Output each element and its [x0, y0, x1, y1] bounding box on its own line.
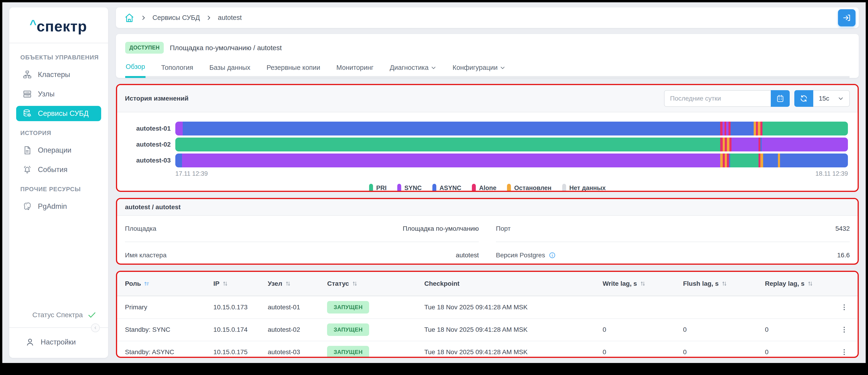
timeline-bar-autotest-03[interactable] — [175, 153, 848, 167]
sidebar-item-label: Узлы — [38, 90, 55, 98]
chart-segment — [723, 153, 725, 167]
col-header-role[interactable]: Роль — [125, 280, 213, 287]
sidebar-item-db-services[interactable]: Сервисы СУБД — [16, 106, 101, 121]
row-actions-menu-button[interactable] — [839, 324, 850, 335]
axis-end-label: 18.11 12:39 — [815, 170, 848, 177]
chart-segment — [758, 138, 761, 151]
cell-replay-lag: 0 — [765, 326, 827, 334]
tab-databases[interactable]: Базы данных — [209, 63, 251, 78]
info-row-site: Площадка Площадка по-умолчанию — [125, 216, 479, 242]
sidebar-collapse-button[interactable] — [91, 323, 100, 332]
info-value: 16.6 — [837, 252, 850, 259]
history-panel: История изменений 15с — [116, 84, 859, 192]
info-label: Имя кластера — [125, 252, 166, 259]
chart-segment — [758, 122, 761, 136]
logo-caret-icon: ^ — [30, 17, 36, 31]
chevron-down-icon — [431, 65, 436, 70]
chevron-right-icon — [206, 15, 212, 21]
history-panel-title: История изменений — [125, 95, 188, 102]
table-row: Primary 10.15.0.173 autotest-01 ЗАПУЩЕН … — [117, 296, 858, 318]
refresh-interval-value: 15с — [819, 95, 829, 102]
clusters-icon — [23, 70, 32, 79]
chart-segment — [725, 138, 727, 151]
tab-diagnostics[interactable]: Диагностика — [389, 63, 437, 78]
cell-replay-lag: 0 — [765, 348, 827, 356]
legend-item-nodata: Нет данных — [562, 184, 606, 192]
cell-write-lag: 0 — [602, 326, 683, 334]
sidebar-item-pgadmin[interactable]: PgAdmin — [16, 199, 101, 214]
info-row-cluster: Имя кластера autotest — [125, 242, 479, 265]
nav-section-history: ИСТОРИЯ — [20, 129, 101, 137]
refresh-interval-select[interactable]: 15с — [813, 90, 850, 107]
col-header-ip[interactable]: IP — [213, 280, 268, 287]
breadcrumb-item-current: autotest — [218, 14, 242, 22]
legend-marker — [507, 184, 511, 192]
tab-monitoring[interactable]: Мониторинг — [336, 63, 374, 78]
sidebar-item-label: Настройки — [41, 338, 76, 346]
logout-button[interactable] — [838, 9, 856, 26]
info-circle-icon[interactable] — [549, 252, 556, 259]
legend-marker — [472, 184, 476, 192]
row-actions-menu-button[interactable] — [839, 302, 850, 313]
timeline-bar-autotest-02[interactable] — [175, 138, 848, 151]
cell-write-lag: 0 — [602, 348, 683, 356]
info-value: autotest — [456, 252, 479, 259]
info-value: Площадка по-умолчанию — [403, 225, 479, 232]
chart-segment — [731, 122, 754, 136]
row-actions-menu-button[interactable] — [839, 347, 850, 358]
sidebar-item-clusters[interactable]: Кластеры — [16, 67, 101, 82]
calendar-button[interactable] — [771, 90, 790, 107]
service-header-card: ДОСТУПЕН Площадка по-умолчанию / autotes… — [116, 34, 859, 78]
sort-icon — [222, 281, 228, 287]
refresh-icon — [800, 94, 808, 103]
sidebar-spacer — [16, 218, 101, 310]
chart-segment — [730, 153, 758, 167]
status-badge: ЗАПУЩЕН — [327, 323, 369, 336]
kebab-menu-icon — [840, 348, 848, 356]
chart-segment — [720, 122, 722, 136]
tab-overview[interactable]: Обзор — [125, 63, 146, 78]
tab-topology[interactable]: Топология — [161, 63, 194, 78]
history-controls: 15с — [664, 90, 850, 107]
chart-segment — [727, 138, 730, 151]
sidebar-item-operations[interactable]: Операции — [16, 143, 101, 158]
calendar-icon — [776, 94, 784, 103]
chart-segment — [730, 138, 732, 151]
chart-segment — [761, 153, 763, 167]
refresh-button[interactable] — [794, 90, 813, 107]
col-header-status[interactable]: Статус — [327, 280, 424, 287]
chevron-down-icon — [838, 95, 844, 102]
chevron-down-icon — [500, 65, 505, 70]
chart-segment — [763, 122, 848, 136]
chart-segment — [720, 138, 723, 151]
chart-segment — [761, 122, 763, 136]
kebab-menu-icon — [840, 303, 848, 311]
chart-segment — [720, 153, 723, 167]
sidebar-item-events[interactable]: События — [16, 162, 101, 177]
cell-ip: 10.15.0.175 — [213, 348, 268, 356]
chart-segment — [758, 153, 761, 167]
legend-marker — [369, 184, 373, 192]
col-header-node[interactable]: Узел — [268, 280, 327, 287]
sidebar-item-nodes[interactable]: Узлы — [16, 86, 101, 102]
date-range-input[interactable] — [664, 90, 771, 107]
tab-bar: Обзор Топология Базы данных Резервные ко… — [125, 63, 849, 78]
tab-backups[interactable]: Резервные копии — [266, 63, 320, 78]
col-header-write-lag[interactable]: Write lag, s — [602, 280, 683, 287]
cell-node: autotest-02 — [268, 326, 327, 334]
chart-segment — [762, 138, 848, 151]
sidebar-item-settings[interactable]: Настройки — [9, 328, 108, 358]
status-ok-check-icon — [87, 310, 97, 319]
database-gear-icon — [23, 109, 32, 118]
breadcrumb-item-services[interactable]: Сервисы СУБД — [152, 14, 200, 22]
home-icon[interactable] — [124, 13, 134, 23]
nav-section-other: ПРОЧИЕ РЕСУРСЫ — [20, 186, 101, 193]
col-header-replay-lag[interactable]: Replay lag, s — [765, 280, 827, 287]
timeline-bar-autotest-01[interactable] — [175, 122, 848, 136]
col-header-flush-lag[interactable]: Flush lag, s — [683, 280, 765, 287]
chart-segment — [175, 138, 720, 151]
sidebar-nav: ОБЪЕКТЫ УПРАВЛЕНИЯ Кластеры Узлы Сервисы… — [9, 43, 108, 327]
info-label: Площадка — [125, 225, 156, 232]
tab-configurations[interactable]: Конфигурации — [452, 63, 506, 78]
status-badge: ЗАПУЩЕН — [327, 301, 369, 314]
